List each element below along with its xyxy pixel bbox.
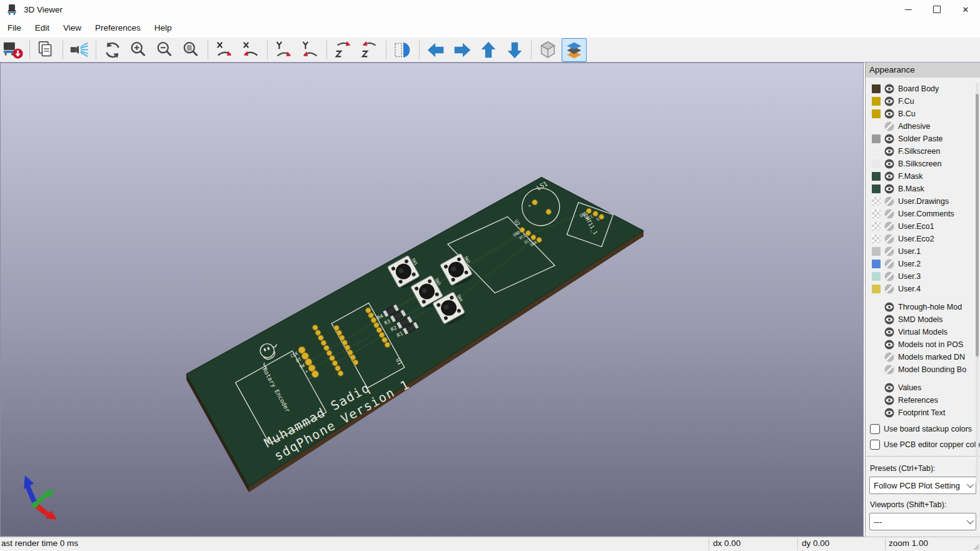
layer-color-swatch[interactable] bbox=[872, 84, 881, 93]
layer-list: Board BodyF.CuB.CuAdhesiveSolder PasteF.… bbox=[866, 83, 980, 295]
render-current-view-button[interactable] bbox=[67, 38, 92, 62]
layer-color-swatch[interactable] bbox=[872, 210, 881, 218]
menu-item-file[interactable]: File bbox=[0, 19, 28, 38]
visibility-eye-icon[interactable] bbox=[884, 159, 894, 169]
visibility-hidden-icon[interactable] bbox=[884, 221, 894, 231]
layer-label: B.Cu bbox=[898, 109, 916, 118]
visibility-eye-icon[interactable] bbox=[884, 383, 894, 393]
layer-row: User.Eco1 bbox=[866, 220, 980, 233]
rotate-x-clockwise-button[interactable] bbox=[212, 38, 237, 62]
layer-color-swatch[interactable] bbox=[872, 134, 881, 143]
layer-color-swatch[interactable] bbox=[872, 285, 881, 293]
menu-item-help[interactable]: Help bbox=[148, 19, 179, 38]
layer-label: Adhesive bbox=[898, 122, 930, 131]
layer-color-swatch[interactable] bbox=[872, 159, 881, 168]
minimize-button[interactable] bbox=[894, 0, 922, 19]
visibility-eye-icon[interactable] bbox=[884, 184, 894, 194]
resize-grip[interactable] bbox=[973, 544, 979, 550]
visibility-hidden-icon[interactable] bbox=[884, 121, 894, 131]
layer-color-swatch[interactable] bbox=[872, 197, 881, 206]
3d-viewport[interactable]: Muhammad Sadiq sdqPhone Version 1 Rotary… bbox=[0, 63, 864, 537]
close-button[interactable]: ✕ bbox=[951, 0, 980, 19]
rotate-y-counterclockwise-button[interactable] bbox=[298, 38, 323, 62]
flip-board-button[interactable] bbox=[390, 38, 415, 62]
move-right-button[interactable] bbox=[450, 38, 475, 62]
menu-item-edit[interactable]: Edit bbox=[28, 19, 56, 38]
checkbox-list: Use board stackup colorsUse PCB editor c… bbox=[866, 421, 980, 452]
chevron-down-icon bbox=[967, 517, 974, 524]
zoom-out-button[interactable] bbox=[153, 38, 178, 62]
layer-label: F.Mask bbox=[898, 172, 923, 181]
layer-color-swatch[interactable] bbox=[872, 260, 881, 268]
divider bbox=[866, 456, 980, 457]
move-up-button[interactable] bbox=[476, 38, 501, 62]
menu-item-view[interactable]: View bbox=[56, 19, 88, 38]
layer-row: References bbox=[866, 394, 980, 407]
zoom-to-fit-button[interactable] bbox=[179, 38, 204, 62]
layer-color-swatch[interactable] bbox=[872, 122, 881, 131]
zoom-in-button[interactable] bbox=[126, 38, 151, 62]
layer-color-swatch[interactable] bbox=[872, 222, 881, 231]
visibility-hidden-icon[interactable] bbox=[884, 352, 894, 362]
visibility-eye-icon[interactable] bbox=[884, 327, 894, 337]
toolbar-separator bbox=[419, 41, 420, 59]
visibility-hidden-icon[interactable] bbox=[884, 284, 894, 294]
presets-dropdown[interactable]: Follow PCB Plot Setting bbox=[869, 477, 976, 494]
layer-row: Model Bounding Bo bbox=[866, 363, 980, 376]
layer-row: Models marked DN bbox=[866, 351, 980, 363]
move-down-button[interactable] bbox=[502, 38, 527, 62]
maximize-button[interactable] bbox=[922, 0, 951, 19]
layer-color-swatch[interactable] bbox=[872, 147, 881, 156]
window-title: 3D Viewer bbox=[24, 5, 63, 14]
visibility-eye-icon[interactable] bbox=[884, 395, 894, 405]
layer-row: Board Body bbox=[866, 83, 980, 95]
layer-label: Models marked DN bbox=[898, 353, 965, 361]
visibility-eye-icon[interactable] bbox=[884, 109, 894, 119]
visibility-eye-icon[interactable] bbox=[884, 315, 894, 325]
panel-scrollbar[interactable] bbox=[976, 83, 979, 483]
visibility-eye-icon[interactable] bbox=[884, 171, 894, 181]
layer-color-swatch[interactable] bbox=[872, 272, 881, 281]
visibility-eye-icon[interactable] bbox=[884, 96, 894, 106]
rotate-y-clockwise-button[interactable] bbox=[271, 38, 296, 62]
layer-color-swatch[interactable] bbox=[872, 185, 881, 193]
refresh-view-button[interactable] bbox=[100, 38, 125, 62]
visibility-eye-icon[interactable] bbox=[884, 134, 894, 144]
visibility-hidden-icon[interactable] bbox=[884, 271, 894, 281]
panel-scrollbar-thumb[interactable] bbox=[976, 94, 979, 356]
layer-label: User.2 bbox=[898, 260, 921, 268]
layer-color-swatch[interactable] bbox=[872, 109, 881, 118]
rotate-z-clockwise-button[interactable] bbox=[331, 38, 356, 62]
checkbox-use-pcb-editor-copper-colo[interactable] bbox=[870, 440, 880, 450]
orthographic-projection-button[interactable] bbox=[535, 38, 560, 62]
visibility-eye-icon[interactable] bbox=[884, 302, 894, 312]
visibility-eye-icon[interactable] bbox=[884, 408, 894, 418]
visibility-eye-icon[interactable] bbox=[884, 340, 894, 350]
visibility-eye-icon[interactable] bbox=[884, 146, 894, 156]
layer-color-swatch[interactable] bbox=[872, 97, 881, 106]
layer-row: F.Silkscreen bbox=[866, 145, 980, 158]
viewports-label: Viewports (Shift+Tab): bbox=[866, 498, 980, 512]
show-layers-button[interactable] bbox=[562, 38, 587, 62]
layer-color-swatch[interactable] bbox=[872, 235, 881, 243]
move-left-button[interactable] bbox=[423, 38, 448, 62]
copy-image-button[interactable] bbox=[34, 38, 59, 62]
visibility-hidden-icon[interactable] bbox=[884, 234, 894, 244]
menu-item-preferences[interactable]: Preferences bbox=[88, 19, 148, 38]
visibility-eye-icon[interactable] bbox=[884, 84, 894, 94]
rotate-x-counterclockwise-button[interactable] bbox=[238, 38, 263, 62]
layer-color-swatch[interactable] bbox=[872, 172, 881, 181]
layer-row: Adhesive bbox=[866, 120, 980, 133]
checkbox-use-board-stackup-colors[interactable] bbox=[870, 424, 880, 434]
layer-color-swatch[interactable] bbox=[872, 247, 881, 256]
checkbox-label: Use board stackup colors bbox=[884, 425, 972, 433]
visibility-hidden-icon[interactable] bbox=[884, 259, 894, 269]
rotate-z-counterclockwise-button[interactable] bbox=[357, 38, 382, 62]
visibility-hidden-icon[interactable] bbox=[884, 196, 894, 206]
visibility-hidden-icon[interactable] bbox=[884, 246, 894, 256]
viewports-dropdown[interactable]: --- bbox=[869, 513, 976, 530]
visibility-hidden-icon[interactable] bbox=[884, 209, 894, 219]
visibility-hidden-icon[interactable] bbox=[884, 365, 894, 375]
layer-label: User.Drawings bbox=[898, 197, 949, 206]
reload-board-button[interactable] bbox=[1, 38, 26, 62]
